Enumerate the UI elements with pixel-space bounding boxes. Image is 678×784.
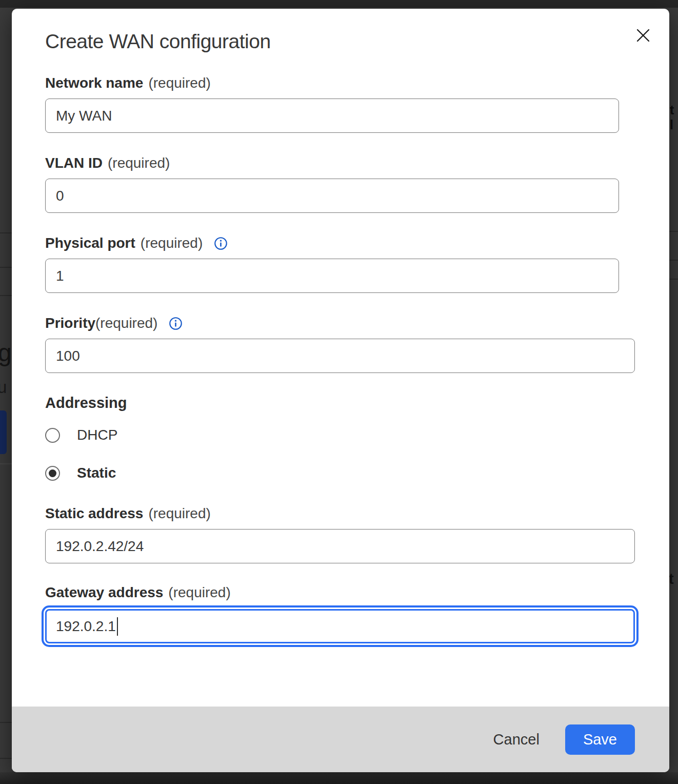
- background-row-line: [0, 463, 12, 464]
- background-text-fragment: u: [0, 378, 7, 397]
- cancel-button[interactable]: Cancel: [493, 731, 540, 748]
- gateway-address-label: Gateway address: [45, 584, 163, 601]
- dialog-footer: Cancel Save: [12, 707, 669, 772]
- background-row-line: [0, 722, 12, 723]
- physical-port-label: Physical port: [45, 235, 135, 251]
- radio-unselected-icon[interactable]: [45, 428, 60, 443]
- background-row-line: [0, 295, 12, 296]
- info-icon[interactable]: [169, 317, 183, 330]
- info-icon[interactable]: [214, 237, 228, 250]
- background-row-line: [669, 279, 678, 280]
- background-text-fragment: t: [669, 571, 674, 587]
- priority-label: Priority: [45, 315, 95, 331]
- close-icon: [635, 37, 651, 45]
- background-text-fragment: g: [0, 339, 12, 367]
- gateway-address-input[interactable]: 192.0.2.1: [45, 609, 635, 643]
- required-hint: (required): [108, 155, 170, 171]
- background-button-fragment: [0, 410, 7, 454]
- screen: g u t l t Create WAN configuration Netwo…: [0, 0, 678, 784]
- background-header-band: [0, 0, 678, 8]
- required-hint: (required): [95, 315, 157, 331]
- background-row-line: [0, 758, 12, 759]
- required-hint: (required): [148, 505, 210, 522]
- radio-option-label: DHCP: [77, 427, 117, 443]
- background-row-line: [0, 232, 12, 233]
- addressing-option-static[interactable]: Static: [45, 464, 669, 482]
- background-text-fragment: t l: [670, 103, 678, 132]
- required-hint: (required): [141, 235, 203, 251]
- create-wan-configuration-dialog: Create WAN configuration Network name (r…: [12, 9, 669, 772]
- save-button[interactable]: Save: [565, 724, 635, 755]
- gateway-address-value: 192.0.2.1: [56, 618, 116, 635]
- vlan-id-input[interactable]: [45, 179, 619, 213]
- required-hint: (required): [148, 75, 210, 91]
- radio-selected-icon[interactable]: [45, 466, 60, 481]
- network-name-label: Network name: [45, 75, 143, 91]
- required-hint: (required): [168, 584, 230, 601]
- background-row-line: [0, 267, 12, 268]
- background-bottom-band: [0, 772, 678, 784]
- addressing-option-dhcp[interactable]: DHCP: [45, 426, 669, 444]
- addressing-heading: Addressing: [45, 395, 669, 411]
- vlan-id-label: VLAN ID: [45, 155, 103, 171]
- static-address-label: Static address: [45, 505, 143, 522]
- network-name-input[interactable]: [45, 99, 619, 133]
- static-address-input[interactable]: [45, 529, 635, 563]
- background-row-line: [669, 260, 678, 261]
- radio-option-label: Static: [77, 465, 116, 481]
- priority-input[interactable]: [45, 339, 635, 373]
- physical-port-input[interactable]: [45, 259, 619, 293]
- dialog-title: Create WAN configuration: [45, 9, 669, 53]
- close-button[interactable]: [635, 27, 651, 44]
- text-cursor: [117, 617, 118, 636]
- background-row-line: [669, 231, 678, 232]
